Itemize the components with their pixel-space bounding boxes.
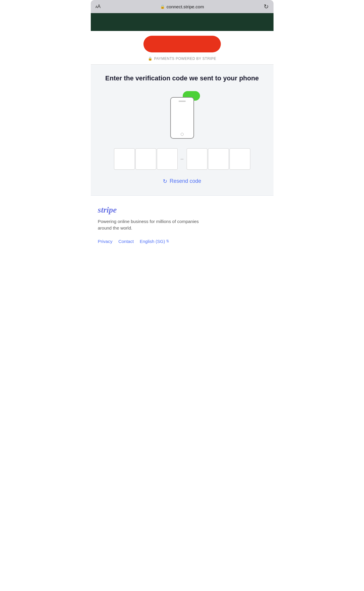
- otp-input-4[interactable]: [187, 148, 207, 170]
- language-label: English (SG): [140, 239, 165, 244]
- otp-group-right: [187, 148, 250, 170]
- privacy-link[interactable]: Privacy: [98, 239, 113, 244]
- resend-code-label: Resend code: [170, 178, 201, 184]
- footer-links: Privacy Contact English (SG) ⇅: [98, 239, 266, 244]
- powered-by-lock-icon: 🔒: [148, 57, 153, 61]
- otp-input-5[interactable]: [208, 148, 229, 170]
- chevron-updown-icon: ⇅: [166, 239, 169, 243]
- otp-input-6[interactable]: [229, 148, 250, 170]
- otp-group-left: [114, 148, 178, 170]
- verification-title: Enter the verification code we sent to y…: [105, 74, 259, 83]
- otp-separator: –: [178, 156, 187, 162]
- phone-home-button: [181, 133, 184, 136]
- submit-button[interactable]: [143, 36, 221, 52]
- contact-link[interactable]: Contact: [118, 239, 134, 244]
- url-bar[interactable]: 🔒 connect.stripe.com: [160, 4, 204, 9]
- lock-icon: 🔒: [160, 4, 165, 9]
- otp-input-3[interactable]: [157, 148, 178, 170]
- resend-icon: ↻: [163, 178, 167, 185]
- dark-header-peek: [91, 13, 274, 31]
- footer-section: stripe Powering online business for mill…: [91, 196, 274, 256]
- url-text: connect.stripe.com: [167, 4, 204, 9]
- large-a: A: [97, 4, 100, 9]
- otp-container: –: [114, 148, 250, 170]
- powered-by-text: PAYMENTS POWERED BY STRIPE: [154, 57, 216, 61]
- resend-code-button[interactable]: ↻ Resend code: [163, 178, 201, 185]
- otp-input-1[interactable]: [114, 148, 135, 170]
- font-size-control[interactable]: AA: [96, 4, 101, 9]
- reload-button[interactable]: ↻: [264, 3, 269, 10]
- stripe-brand-logo: stripe: [98, 205, 266, 215]
- button-section: 🔒 PAYMENTS POWERED BY STRIPE: [91, 31, 274, 65]
- stripe-tagline: Powering online business for millions of…: [98, 218, 211, 232]
- language-selector[interactable]: English (SG) ⇅: [140, 239, 169, 244]
- browser-bar: AA 🔒 connect.stripe.com ↻: [91, 0, 274, 13]
- verification-section: Enter the verification code we sent to y…: [91, 65, 274, 196]
- powered-by-stripe: 🔒 PAYMENTS POWERED BY STRIPE: [148, 57, 216, 61]
- phone-body: [170, 97, 194, 139]
- phone-illustration: [164, 91, 200, 139]
- otp-input-2[interactable]: [135, 148, 156, 170]
- phone-speaker: [179, 101, 186, 102]
